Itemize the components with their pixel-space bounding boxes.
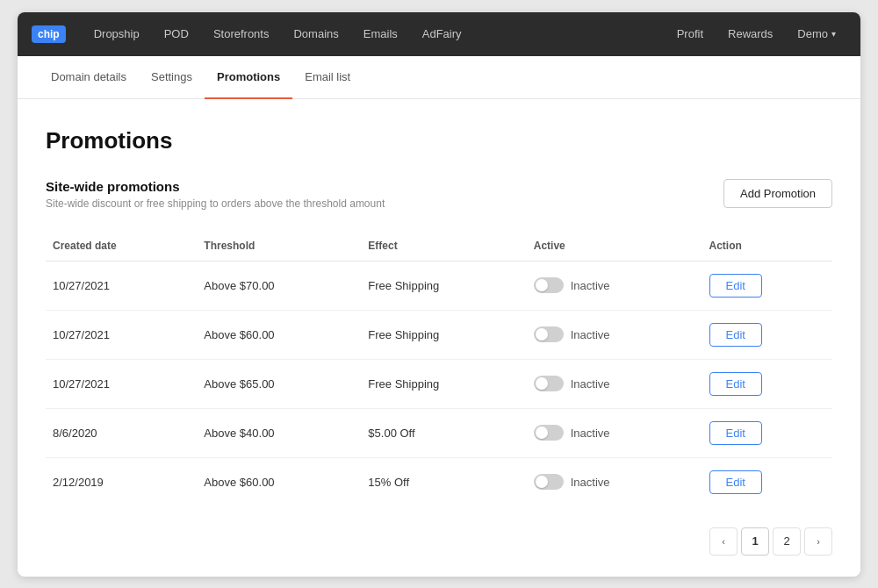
cell-date: 10/27/2021	[46, 261, 197, 310]
nav-adfairy[interactable]: AdFairy	[412, 22, 472, 46]
next-icon: ›	[817, 536, 820, 547]
cell-threshold: Above $70.00	[197, 261, 361, 310]
col-threshold: Threshold	[197, 231, 361, 262]
table-row: 10/27/2021Above $70.00Free ShippingInact…	[46, 261, 832, 310]
tab-settings[interactable]: Settings	[139, 56, 205, 99]
promotions-table: Created date Threshold Effect Active Act…	[46, 231, 832, 506]
cell-action: Edit	[702, 359, 833, 408]
cell-active: Inactive	[527, 261, 702, 310]
cell-active: Inactive	[527, 408, 702, 457]
cell-date: 8/6/2020	[46, 408, 197, 457]
prev-icon: ‹	[722, 536, 725, 547]
cell-active: Inactive	[527, 310, 702, 359]
cell-effect: Free Shipping	[361, 261, 526, 310]
edit-button[interactable]: Edit	[709, 323, 762, 347]
pagination: ‹ 1 2 ›	[46, 527, 832, 556]
nav-demo[interactable]: Demo ▾	[787, 22, 846, 46]
nav-profit[interactable]: Profit	[666, 22, 714, 46]
tab-domain-details[interactable]: Domain details	[39, 56, 139, 99]
section-desc: Site-wide discount or free shipping to o…	[46, 197, 385, 210]
cell-effect: Free Shipping	[361, 310, 526, 359]
edit-button[interactable]: Edit	[709, 274, 762, 298]
add-promotion-button[interactable]: Add Promotion	[723, 179, 832, 208]
nav-dropship[interactable]: Dropship	[83, 22, 150, 46]
table-row: 10/27/2021Above $65.00Free ShippingInact…	[46, 359, 832, 408]
active-label: Inactive	[571, 279, 610, 292]
nav-pod[interactable]: POD	[154, 22, 199, 46]
pagination-page-2[interactable]: 2	[773, 527, 801, 556]
cell-active: Inactive	[527, 457, 702, 506]
nav-emails[interactable]: Emails	[353, 22, 408, 46]
cell-threshold: Above $60.00	[197, 310, 361, 359]
pagination-prev[interactable]: ‹	[709, 527, 738, 556]
col-active: Active	[527, 231, 702, 262]
active-toggle[interactable]	[534, 326, 564, 342]
top-nav-right: Profit Rewards Demo ▾	[666, 22, 846, 46]
section-header: Site-wide promotions Site-wide discount …	[46, 179, 832, 227]
edit-button[interactable]: Edit	[709, 421, 762, 445]
pagination-next[interactable]: ›	[804, 527, 832, 556]
cell-date: 10/27/2021	[46, 310, 197, 359]
top-nav: chip Dropship POD Storefronts Domains Em…	[18, 12, 860, 56]
active-label: Inactive	[571, 476, 610, 489]
sub-nav: Domain details Settings Promotions Email…	[18, 56, 860, 99]
cell-action: Edit	[702, 261, 833, 310]
pagination-page-1[interactable]: 1	[741, 527, 769, 556]
active-label: Inactive	[571, 427, 610, 440]
col-action: Action	[702, 231, 833, 262]
chevron-down-icon: ▾	[831, 29, 836, 39]
cell-threshold: Above $40.00	[197, 408, 361, 457]
table-row: 2/12/2019Above $60.0015% OffInactiveEdit	[46, 457, 832, 506]
col-created-date: Created date	[46, 231, 197, 262]
table-row: 10/27/2021Above $60.00Free ShippingInact…	[46, 310, 832, 359]
active-label: Inactive	[571, 328, 610, 341]
active-toggle[interactable]	[534, 425, 564, 441]
active-toggle[interactable]	[534, 474, 564, 490]
top-nav-links: Dropship POD Storefronts Domains Emails …	[83, 22, 666, 46]
nav-storefronts[interactable]: Storefronts	[203, 22, 280, 46]
demo-label: Demo	[797, 27, 828, 40]
edit-button[interactable]: Edit	[709, 470, 762, 494]
nav-rewards[interactable]: Rewards	[717, 22, 783, 46]
app-window: chip Dropship POD Storefronts Domains Em…	[18, 12, 860, 577]
cell-action: Edit	[702, 408, 833, 457]
active-toggle[interactable]	[534, 277, 564, 293]
section-header-left: Site-wide promotions Site-wide discount …	[46, 179, 385, 227]
cell-threshold: Above $60.00	[197, 457, 361, 506]
col-effect: Effect	[361, 231, 526, 262]
page-title: Promotions	[46, 127, 832, 154]
nav-domains[interactable]: Domains	[283, 22, 349, 46]
edit-button[interactable]: Edit	[709, 372, 762, 396]
cell-effect: Free Shipping	[361, 359, 526, 408]
table-row: 8/6/2020Above $40.00$5.00 OffInactiveEdi…	[46, 408, 832, 457]
tab-promotions[interactable]: Promotions	[205, 56, 292, 99]
cell-effect: 15% Off	[361, 457, 526, 506]
logo[interactable]: chip	[32, 25, 66, 43]
cell-active: Inactive	[527, 359, 702, 408]
cell-threshold: Above $65.00	[197, 359, 361, 408]
cell-action: Edit	[702, 457, 833, 506]
cell-action: Edit	[702, 310, 833, 359]
cell-date: 2/12/2019	[46, 457, 197, 506]
active-toggle[interactable]	[534, 376, 564, 391]
active-label: Inactive	[571, 377, 610, 391]
tab-email-list[interactable]: Email list	[292, 56, 363, 99]
cell-effect: $5.00 Off	[361, 408, 526, 457]
table-header-row: Created date Threshold Effect Active Act…	[46, 231, 832, 262]
cell-date: 10/27/2021	[46, 359, 197, 408]
main-content: Promotions Site-wide promotions Site-wid…	[18, 99, 860, 577]
section-title: Site-wide promotions	[46, 179, 385, 194]
